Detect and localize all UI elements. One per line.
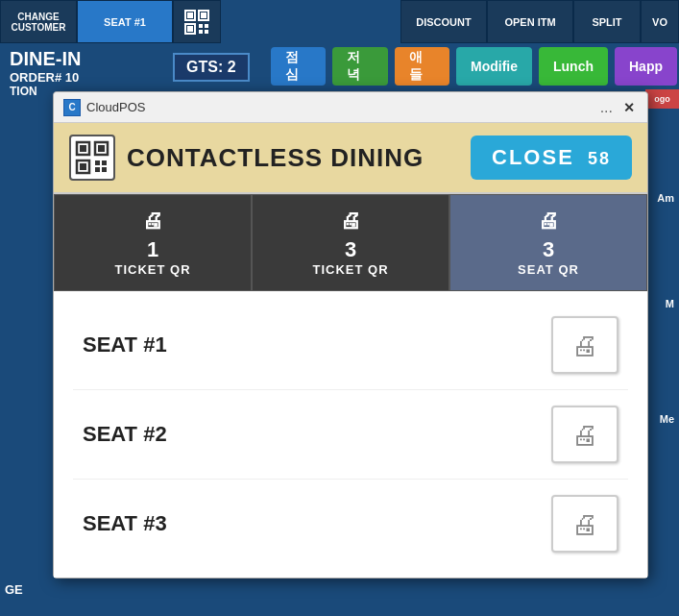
happy-tab[interactable]: Happ bbox=[615, 47, 677, 86]
seat-row-3: SEAT #3 🖨 bbox=[73, 480, 628, 568]
modifie-tab[interactable]: Modifie bbox=[456, 47, 532, 86]
dialog-window: C CloudPOS ... ✕ bbox=[53, 91, 648, 579]
tab-ticket-qr-3[interactable]: 🖨 3 TICKET QR bbox=[252, 194, 449, 291]
dinner-tab[interactable]: 저녁 bbox=[332, 47, 387, 86]
svg-rect-7 bbox=[205, 24, 208, 28]
seat1-btn[interactable]: SEAT #1 bbox=[77, 0, 173, 43]
printer-icon-seat3: 🖨 bbox=[571, 508, 598, 540]
open-itm-btn[interactable]: OPEN ITM bbox=[487, 0, 573, 43]
dialog-titlebar: C CloudPOS ... ✕ bbox=[54, 92, 647, 123]
svg-rect-11 bbox=[80, 145, 86, 152]
print-seat-1-btn[interactable]: 🖨 bbox=[551, 316, 618, 374]
svg-rect-8 bbox=[199, 30, 203, 34]
svg-rect-15 bbox=[80, 163, 86, 170]
svg-rect-1 bbox=[187, 12, 193, 18]
seat-row-1: SEAT #1 🖨 bbox=[73, 301, 628, 390]
pos-tabs-bar: 점심 저녁 애들 Modifie Lunch Happ bbox=[269, 43, 679, 89]
tab-ticket-qr-1[interactable]: 🖨 1 TICKET QR bbox=[54, 194, 252, 291]
dialog-content: CONTACTLESS DINING CLOSE 58 🖨 1 TICKET Q… bbox=[54, 123, 647, 578]
header-left: CONTACTLESS DINING bbox=[69, 135, 424, 181]
right-label-m: M bbox=[666, 298, 674, 309]
tabs-row: 🖨 1 TICKET QR 🖨 3 TICKET QR 🖨 3 SEAT QR bbox=[54, 194, 647, 291]
svg-rect-16 bbox=[95, 160, 100, 165]
svg-rect-5 bbox=[187, 26, 193, 32]
seat-2-label: SEAT #2 bbox=[83, 422, 167, 447]
close-button[interactable]: CLOSE 58 bbox=[471, 136, 632, 180]
printer-icon-seat1: 🖨 bbox=[571, 330, 598, 361]
dialog-title-controls: ... ✕ bbox=[600, 99, 638, 116]
seat-3-label: SEAT #3 bbox=[83, 511, 167, 536]
discount-btn[interactable]: DISCOUNT bbox=[400, 0, 487, 43]
split-btn[interactable]: SPLIT bbox=[573, 0, 641, 43]
printer-icon-tab3: 🖨 bbox=[538, 209, 559, 234]
qr-icon-box bbox=[69, 135, 115, 181]
lunch2-tab[interactable]: Lunch bbox=[539, 47, 608, 86]
qr-header-icon bbox=[75, 140, 109, 175]
qr-icon bbox=[183, 9, 210, 36]
gts-display: GTS: 2 bbox=[173, 53, 250, 82]
seat-row-2: SEAT #2 🖨 bbox=[73, 390, 628, 480]
kids-tab[interactable]: 애들 bbox=[395, 47, 449, 86]
dine-in-label: DINE-IN bbox=[10, 48, 81, 70]
logo-strip: ogo bbox=[645, 89, 679, 109]
print-seat-2-btn[interactable]: 🖨 bbox=[551, 406, 618, 463]
right-label-am: Am bbox=[657, 192, 674, 204]
vo-btn[interactable]: VO bbox=[641, 0, 679, 43]
print-seat-3-btn[interactable]: 🖨 bbox=[551, 495, 618, 553]
printer-icon-tab1: 🖨 bbox=[142, 209, 163, 234]
svg-rect-17 bbox=[102, 160, 107, 165]
printer-icon-tab2: 🖨 bbox=[340, 209, 361, 234]
tab-seat-qr[interactable]: 🖨 3 SEAT QR bbox=[449, 194, 647, 291]
svg-rect-6 bbox=[199, 24, 203, 28]
dialog-close-x-btn[interactable]: ✕ bbox=[620, 99, 638, 116]
svg-rect-19 bbox=[102, 167, 107, 172]
svg-rect-3 bbox=[201, 12, 206, 18]
dialog-title-text: CloudPOS bbox=[86, 100, 145, 114]
dialog-header: CONTACTLESS DINING CLOSE 58 bbox=[54, 123, 647, 194]
printer-icon-seat2: 🖨 bbox=[571, 419, 598, 451]
header-title: CONTACTLESS DINING bbox=[127, 143, 424, 173]
dialog-title-left: C CloudPOS bbox=[63, 99, 145, 116]
lunch-tab[interactable]: 점심 bbox=[271, 47, 326, 86]
cloudpos-icon: C bbox=[63, 99, 81, 116]
svg-rect-13 bbox=[98, 145, 105, 152]
svg-rect-18 bbox=[95, 167, 100, 172]
order-label: ORDER# 10 bbox=[10, 70, 81, 85]
svg-rect-9 bbox=[205, 30, 208, 34]
change-customer-btn[interactable]: CHANGE CUSTOMER bbox=[0, 0, 77, 43]
dialog-dots[interactable]: ... bbox=[600, 99, 613, 116]
seats-list: SEAT #1 🖨 SEAT #2 🖨 SEAT #3 🖨 bbox=[54, 291, 647, 578]
right-label-me: Me bbox=[660, 413, 674, 425]
seat-1-label: SEAT #1 bbox=[83, 333, 167, 357]
bottom-left-label: GE bbox=[5, 582, 23, 597]
pos-top-bar: CHANGE CUSTOMER SEAT #1 DISCOUNT bbox=[0, 0, 679, 43]
qr-btn[interactable] bbox=[173, 0, 221, 43]
